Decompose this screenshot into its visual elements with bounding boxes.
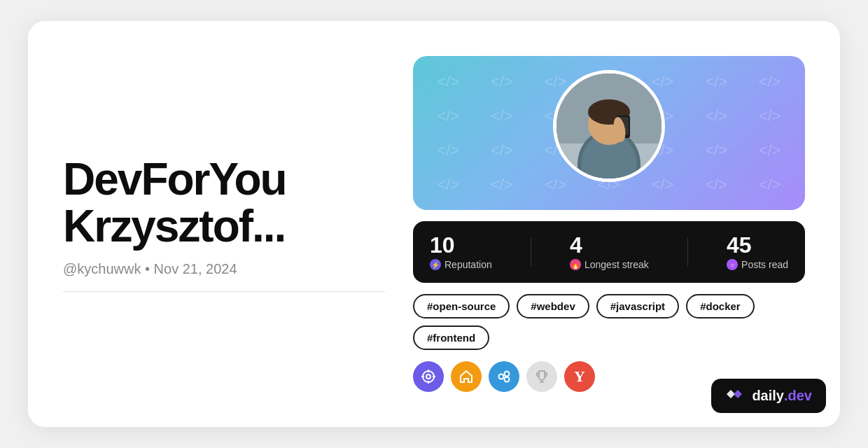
username: DevForYou Krzysztof... (63, 156, 385, 250)
posts-value: 45 (727, 234, 752, 256)
tag-javascript[interactable]: #javascript (596, 294, 679, 318)
stat-reputation: 10 ⚡ Reputation (430, 234, 492, 270)
badge-y-combinator[interactable]: Y (564, 361, 595, 392)
stat-divider-1 (531, 238, 531, 266)
badge-crosshair[interactable] (413, 361, 444, 392)
username-line1: DevForYou (63, 154, 286, 204)
stat-divider-2 (687, 238, 688, 266)
badge-trophy[interactable] (526, 361, 557, 392)
banner-icon: </> (424, 170, 472, 199)
banner-icon: </> (478, 102, 526, 130)
banner-icon: </> (478, 136, 526, 164)
posts-label: Posts read (741, 259, 788, 270)
stats-bar: 10 ⚡ Reputation 4 🔥 Longest streak 45 ○ (413, 221, 805, 283)
right-section: </> </> </> </> </> </> </> </> </> </> … (413, 56, 805, 392)
banner-icon: </> (692, 67, 741, 96)
handle-date: @kychuwwk • Nov 21, 2024 (63, 261, 385, 277)
divider (63, 291, 385, 292)
daily-dev-icon (725, 387, 743, 405)
tag-webdev[interactable]: #webdev (517, 294, 589, 318)
posts-icon: ○ (727, 259, 738, 270)
svg-point-15 (499, 374, 504, 379)
separator: • (145, 261, 154, 276)
daily-dev-text: daily .dev (752, 388, 812, 404)
left-section: DevForYou Krzysztof... @kychuwwk • Nov 2… (63, 156, 413, 292)
reputation-value: 10 (430, 234, 455, 256)
reputation-label-row: ⚡ Reputation (430, 259, 492, 270)
reputation-icon: ⚡ (430, 259, 441, 270)
profile-banner: </> </> </> </> </> </> </> </> </> </> … (413, 56, 805, 210)
banner-icon: </> (692, 136, 741, 164)
banner-icon: </> (424, 102, 472, 130)
stat-posts: 45 ○ Posts read (727, 234, 788, 270)
badge-link[interactable] (489, 361, 519, 392)
user-handle: @kychuwwk (63, 261, 141, 276)
svg-point-10 (426, 374, 430, 379)
badge-home[interactable] (451, 361, 482, 392)
banner-icon: </> (692, 170, 741, 199)
banner-icon: </> (746, 67, 794, 96)
daily-text: daily (752, 388, 784, 404)
avatar-container (553, 70, 665, 182)
username-line2: Krzysztof... (63, 201, 285, 251)
streak-label-row: 🔥 Longest streak (570, 259, 649, 270)
banner-icon: </> (478, 67, 526, 96)
banner-icon: </> (424, 67, 472, 96)
profile-card: DevForYou Krzysztof... @kychuwwk • Nov 2… (28, 21, 840, 427)
streak-value: 4 (570, 234, 582, 256)
streak-icon: 🔥 (570, 259, 581, 270)
reputation-label: Reputation (444, 259, 492, 270)
join-date: Nov 21, 2024 (154, 261, 237, 276)
streak-label: Longest streak (584, 259, 649, 270)
banner-icon: </> (478, 170, 526, 199)
tag-frontend[interactable]: #frontend (413, 326, 489, 350)
banner-icon: </> (746, 170, 794, 199)
tag-open-source[interactable]: #open-source (413, 294, 510, 318)
svg-point-16 (505, 372, 510, 377)
dev-text: .dev (784, 388, 812, 404)
stat-streak: 4 🔥 Longest streak (570, 234, 649, 270)
banner-icon: </> (746, 136, 794, 164)
daily-dev-logo[interactable]: daily .dev (711, 379, 826, 413)
posts-label-row: ○ Posts read (727, 259, 788, 270)
banner-icon: </> (692, 102, 741, 130)
svg-point-9 (423, 371, 434, 382)
avatar-svg (556, 74, 662, 178)
svg-point-17 (505, 377, 510, 382)
tags-section: #open-source #webdev #javascript #docker… (413, 294, 805, 350)
avatar (553, 70, 665, 182)
tag-docker[interactable]: #docker (686, 294, 755, 318)
banner-icon: </> (424, 136, 472, 164)
avatar-image (556, 74, 662, 178)
banner-icon: </> (746, 102, 794, 130)
